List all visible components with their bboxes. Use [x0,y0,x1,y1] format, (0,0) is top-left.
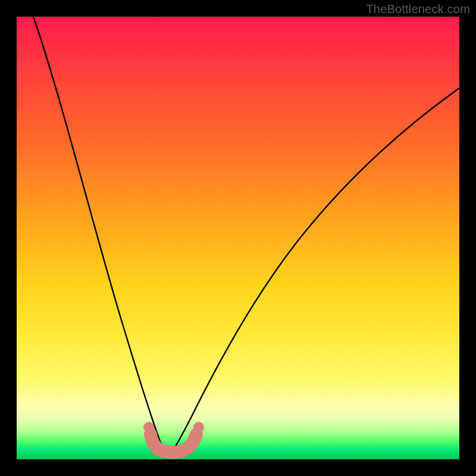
chart-frame: TheBottleneck.com [0,0,476,476]
marker-dot [146,432,156,443]
chart-plot-area [17,17,459,459]
chart-svg [17,17,459,459]
curve-left-branch [33,17,168,457]
marker-dot [190,432,201,443]
curve-right-branch [168,88,459,457]
marker-dot [193,422,204,433]
attribution-text: TheBottleneck.com [366,2,470,16]
marker-dot [143,422,154,433]
marker-trough-sausage [151,434,196,452]
